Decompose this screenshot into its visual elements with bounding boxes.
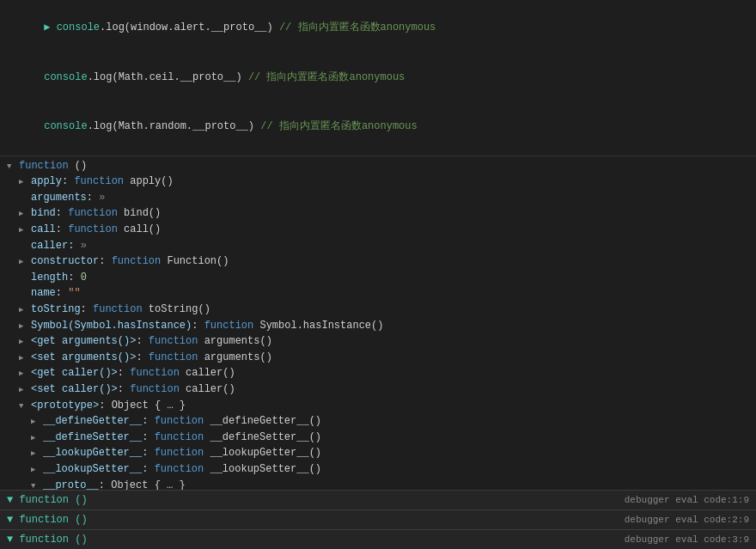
arrow-definesetter-2[interactable] — [31, 430, 43, 446]
tree-bind[interactable]: bind: function bind() — [0, 205, 756, 222]
tree-lookupsetter-2[interactable]: __lookupSetter__: function __lookupSette… — [0, 461, 756, 478]
bottom-label-2: ▼ function () — [7, 512, 88, 528]
arrow-root[interactable] — [7, 158, 19, 174]
tree-symbol[interactable]: Symbol(Symbol.hasInstance): function Sym… — [0, 318, 756, 334]
arrow-prototype[interactable] — [19, 398, 31, 414]
key-symbol: Symbol(Symbol.hasInstance) — [31, 318, 192, 334]
tree-call[interactable]: call: function call() — [0, 222, 756, 238]
func-paren: () — [69, 158, 88, 174]
key-prototype: <prototype> — [31, 398, 99, 414]
keyword-function: function — [19, 158, 69, 174]
console-method-2: console — [44, 71, 87, 83]
bottom-code-1: debugger eval code:1:9 — [625, 493, 749, 508]
log-text-1: .log(window.alert.__proto__) — [100, 21, 279, 34]
key-call: call — [31, 222, 56, 238]
arrow-definegetter-2[interactable] — [31, 413, 43, 430]
top-log-section: ▶ console.log(window.alert.__proto__) //… — [0, 0, 756, 156]
tree-prototype[interactable]: <prototype>: Object { … } — [0, 398, 756, 414]
bottom-label-1: ▼ function () — [7, 492, 88, 508]
tree-definegetter-2[interactable]: __defineGetter__: function __defineGette… — [0, 413, 756, 430]
bottom-code-3: debugger eval code:3:9 — [625, 533, 749, 547]
bottom-item-2[interactable]: ▼ function () debugger eval code:2:9 — [0, 509, 756, 529]
arrow-set-caller[interactable] — [19, 381, 31, 398]
arrow-set-arguments[interactable] — [19, 350, 31, 366]
key-set-arguments: <set arguments()> — [31, 350, 136, 366]
bottom-items-container: ▼ function () debugger eval code:1:9 ▼ f… — [0, 490, 756, 549]
key-bind: bind — [31, 205, 56, 222]
arrow-symbol[interactable] — [19, 318, 31, 334]
key-set-caller: <set caller()> — [31, 381, 118, 398]
tree-definesetter-2[interactable]: __defineSetter__: function __defineSette… — [0, 430, 756, 446]
arrow-get-arguments[interactable] — [19, 333, 31, 350]
key-get-arguments: <get arguments()> — [31, 333, 136, 350]
tree-caller[interactable]: caller: » — [0, 238, 756, 254]
comment-2: // 指向内置匿名函数anonymous — [248, 71, 405, 83]
key-constructor: constructor — [31, 253, 99, 270]
bottom-code-2: debugger eval code:2:9 — [625, 513, 749, 528]
tree-length[interactable]: length: 0 — [0, 270, 756, 286]
tree-get-arguments[interactable]: <get arguments()>: function arguments() — [0, 333, 756, 350]
arrow-bind[interactable] — [19, 205, 31, 222]
console-area[interactable]: ▶ console.log(window.alert.__proto__) //… — [0, 0, 756, 549]
tree-apply[interactable]: apply: function apply() — [0, 174, 756, 190]
arrow-lookupgetter-2[interactable] — [31, 445, 43, 461]
key-lookupsetter-2: __lookupSetter__ — [43, 461, 142, 478]
arrow-apply[interactable] — [19, 174, 31, 190]
key-definegetter-2: __defineGetter__ — [43, 413, 142, 430]
tree-tostring[interactable]: toString: function toString() — [0, 302, 756, 318]
arrow-call[interactable] — [19, 222, 31, 238]
key-apply: apply — [31, 174, 62, 190]
arrow-constructor[interactable] — [19, 253, 31, 270]
key-tostring: toString — [31, 302, 81, 318]
key-lookupgetter-2: __lookupGetter__ — [43, 445, 142, 461]
arrow-lookupsetter-2[interactable] — [31, 461, 43, 478]
bottom-item-3[interactable]: ▼ function () debugger eval code:3:9 — [0, 529, 756, 549]
log-text-3: .log(Math.random.__proto__) — [88, 120, 261, 132]
key-get-caller: <get caller()> — [31, 365, 118, 381]
tree-constructor[interactable]: constructor: function Function() — [0, 253, 756, 270]
tree-root-function[interactable]: function () — [0, 158, 756, 174]
key-definesetter-2: __defineSetter__ — [43, 430, 142, 446]
bottom-item-1[interactable]: ▼ function () debugger eval code:1:9 — [0, 490, 756, 509]
log-line-2: console.log(Math.ceil.__proto__) // 指向内置… — [7, 53, 749, 103]
tree-arguments[interactable]: arguments: » — [0, 190, 756, 206]
tree-set-caller[interactable]: <set caller()>: function caller() — [0, 381, 756, 398]
key-arguments: arguments — [31, 190, 87, 206]
tree-name[interactable]: name: "" — [0, 285, 756, 302]
tree-get-caller[interactable]: <get caller()>: function caller() — [0, 365, 756, 381]
bottom-label-3: ▼ function () — [7, 532, 88, 547]
arrow-get-caller[interactable] — [19, 365, 31, 381]
key-caller: caller — [31, 238, 68, 254]
comment-3: // 指向内置匿名函数anonymous — [260, 120, 417, 132]
log-text-2: .log(Math.ceil.__proto__) — [88, 71, 248, 83]
console-method-3: console — [44, 120, 87, 132]
comment-1: // 指向内置匿名函数anonymous — [279, 21, 436, 34]
console-method-1: ▶ console — [44, 21, 100, 34]
log-line-3: console.log(Math.random.__proto__) // 指向… — [7, 102, 749, 152]
tree-lookupgetter-2[interactable]: __lookupGetter__: function __lookupGette… — [0, 445, 756, 461]
log-line-1: ▶ console.log(window.alert.__proto__) //… — [7, 3, 749, 53]
arrow-tostring[interactable] — [19, 302, 31, 318]
key-name: name — [31, 285, 56, 302]
tree-set-arguments[interactable]: <set arguments()>: function arguments() — [0, 350, 756, 366]
key-length: length — [31, 270, 68, 286]
